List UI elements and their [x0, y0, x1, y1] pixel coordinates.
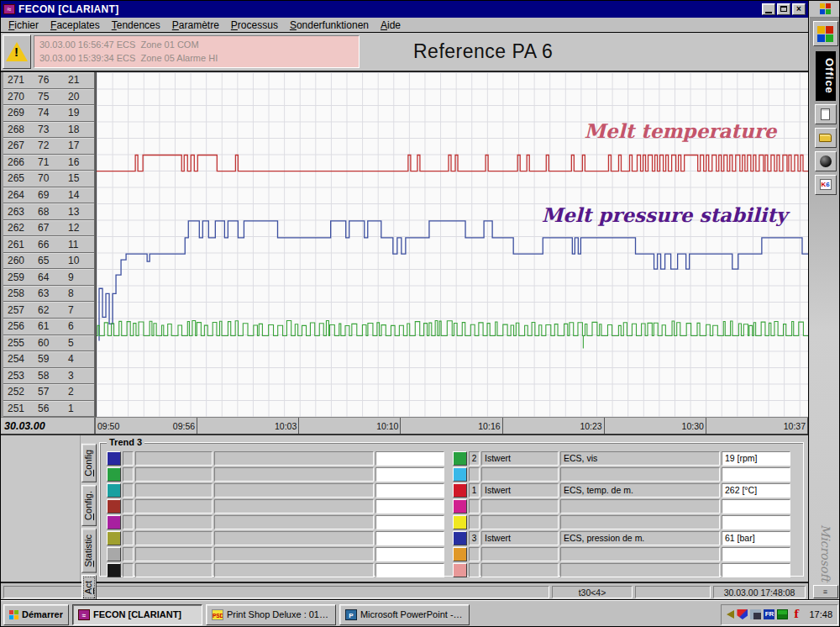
- restore-button[interactable]: [777, 3, 790, 15]
- utility-icon[interactable]: f: [790, 609, 801, 619]
- menu-item-fichier[interactable]: Fichier: [3, 18, 45, 32]
- pen-color-swatch[interactable]: [107, 531, 121, 545]
- pen-tag-field: [214, 531, 374, 545]
- axis-value: 268: [8, 124, 38, 135]
- page-title: Reference PA 6: [360, 40, 806, 63]
- pen-source-field: [135, 451, 213, 466]
- pen-color-swatch[interactable]: [453, 547, 467, 561]
- task-button-psd[interactable]: PSDPrint Shop Deluxe : 01042...: [206, 604, 336, 625]
- pen-source-field: [481, 499, 559, 514]
- axis-value: 60: [38, 337, 68, 349]
- close-button[interactable]: ×: [792, 3, 806, 15]
- pen-color-swatch[interactable]: [453, 499, 467, 514]
- pen-tag-field: ECS, vis: [560, 451, 720, 466]
- menu-item-paramtre[interactable]: Paramètre: [166, 18, 225, 32]
- axis-value: 8: [68, 287, 74, 299]
- new-document-button[interactable]: [815, 104, 837, 124]
- pen-color-swatch[interactable]: [453, 531, 467, 545]
- task-button-fecon[interactable]: ≈FECON [CLARIANT]: [72, 604, 202, 625]
- pen-color-swatch[interactable]: [107, 563, 121, 577]
- menu-item-sonderfunktionen[interactable]: Sonderfunktionen: [284, 18, 375, 32]
- pen-color-swatch[interactable]: [107, 467, 121, 482]
- menu-item-faceplates[interactable]: Faceplates: [45, 18, 106, 32]
- axis-row: 2667116: [3, 155, 94, 171]
- axis-row: 258638: [3, 286, 94, 303]
- axis-value: 74: [38, 107, 68, 119]
- bookshelf-button[interactable]: [815, 151, 837, 171]
- pen-color-swatch[interactable]: [107, 499, 121, 514]
- axis-value: 255: [8, 337, 38, 349]
- row-spacer: [444, 499, 453, 514]
- speed-trace: [97, 320, 808, 335]
- tab-config[interactable]: Config: [81, 444, 97, 482]
- pen-color-swatch[interactable]: [107, 547, 121, 561]
- axis-value: 69: [38, 189, 68, 201]
- keyboard-layout-indicator[interactable]: FR: [764, 609, 774, 619]
- pen-row: [107, 467, 798, 482]
- menu-item-processus[interactable]: Processus: [225, 18, 284, 32]
- menu-item-tendences[interactable]: Tendences: [106, 18, 166, 32]
- network-icon[interactable]: [777, 609, 788, 619]
- psd-icon: PSD: [212, 609, 223, 620]
- axis-value: 64: [38, 271, 68, 283]
- tab-act[interactable]: Act: [81, 575, 97, 600]
- axis-value: 66: [38, 239, 68, 250]
- volume-icon[interactable]: [727, 610, 734, 619]
- pen-color-swatch[interactable]: [107, 483, 121, 498]
- menu-item-aide[interactable]: Aide: [375, 18, 407, 32]
- pen-color-swatch[interactable]: [453, 515, 467, 530]
- pen-color-swatch[interactable]: [453, 467, 467, 482]
- tab-statistic[interactable]: Statistic: [81, 529, 97, 573]
- trend-chart[interactable]: Melt temperature Melt pressure stability: [96, 72, 808, 417]
- melt-temperature-label: Melt temperature: [563, 119, 798, 142]
- left-spacer-panel: [1, 435, 81, 582]
- axis-value: 262: [8, 222, 38, 234]
- pen-tag-field: [214, 451, 374, 466]
- office-button[interactable]: [813, 21, 838, 46]
- temperature-trace: [97, 155, 808, 171]
- axis-row: 259649: [3, 269, 94, 286]
- tab-strip: ConfigConfig.StatisticAct: [81, 435, 97, 582]
- sidebar-grip-button[interactable]: ≡: [813, 585, 838, 598]
- pen-color-swatch[interactable]: [453, 483, 467, 498]
- pen-color-swatch[interactable]: [107, 515, 121, 530]
- alarm-list[interactable]: 30.03.00 16:56:47 ECS Zone 01 COM 30.03.…: [34, 35, 360, 68]
- alarm-message: 30.03.00 16:56:47 ECS Zone 01 COM: [39, 38, 354, 51]
- open-folder-button[interactable]: [815, 128, 837, 148]
- axis-value: 251: [8, 403, 38, 414]
- alarm-acknowledge-button[interactable]: [3, 34, 31, 69]
- office-bar-header[interactable]: [810, 1, 840, 18]
- pen-number-cell: [123, 563, 134, 577]
- axis-value: 257: [8, 304, 38, 316]
- axis-value: 269: [8, 107, 38, 119]
- task-label: Print Shop Deluxe : 01042...: [227, 609, 330, 619]
- pen-color-swatch[interactable]: [453, 451, 467, 466]
- pen-row: [107, 547, 798, 561]
- task-button-ppt[interactable]: PMicrosoft PowerPoint - [Pr...: [339, 604, 470, 625]
- pen-value-field: 61 [bar]: [722, 531, 790, 545]
- app-shortcut-icon: K6: [820, 179, 832, 190]
- pen-value-field: [722, 467, 790, 482]
- pen-number-cell: [123, 547, 134, 561]
- pen-source-field: [135, 547, 213, 561]
- pen-value-field: [375, 563, 444, 577]
- axis-value: 63: [38, 287, 68, 299]
- app-shortcut-button[interactable]: K6: [815, 175, 837, 195]
- tab-config[interactable]: Config.: [81, 485, 97, 526]
- axis-value: 56: [38, 403, 68, 414]
- pen-source-field: Istwert: [481, 451, 559, 466]
- date-cell: 30.03.00: [1, 417, 96, 434]
- pen-number-cell: [123, 515, 134, 530]
- display-icon[interactable]: [750, 609, 761, 619]
- minimize-button[interactable]: [762, 3, 775, 15]
- pen-source-field: [135, 467, 213, 482]
- axis-value: 9: [68, 271, 74, 283]
- pen-source-field: Istwert: [481, 483, 559, 498]
- system-tray: FR f 17:48: [721, 604, 838, 625]
- axis-row: 2616611: [3, 236, 94, 253]
- pen-color-swatch[interactable]: [107, 451, 121, 466]
- antivirus-shield-icon[interactable]: [737, 609, 748, 619]
- start-button[interactable]: Démarrer: [3, 604, 69, 625]
- pen-color-swatch[interactable]: [453, 563, 467, 577]
- pen-table: 2IstwertECS, vis19 [rpm]1IstwertECS, tem…: [107, 451, 798, 577]
